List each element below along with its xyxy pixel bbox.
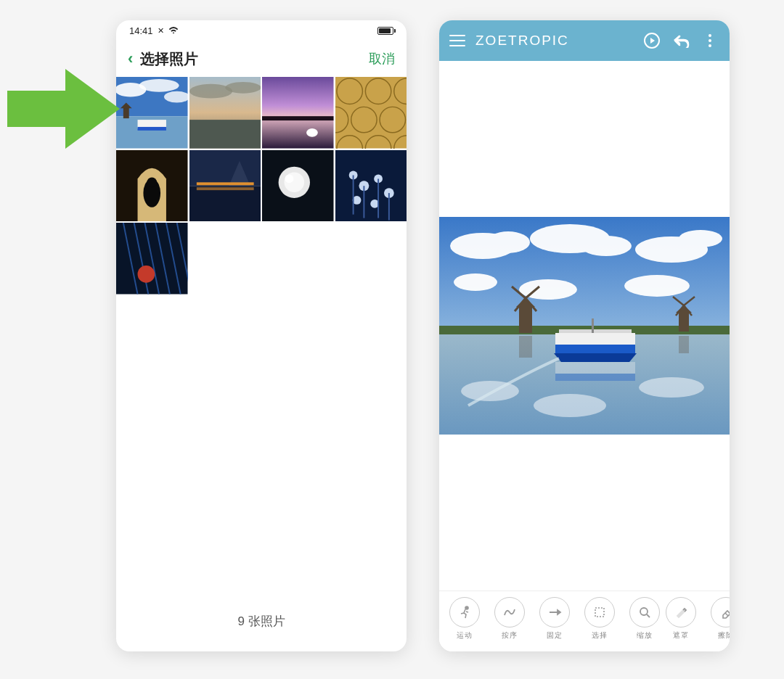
svg-rect-89 xyxy=(555,345,635,353)
photo-thumb[interactable] xyxy=(189,77,261,149)
wifi-icon xyxy=(168,25,179,36)
svg-rect-13 xyxy=(262,77,334,149)
editor-canvas[interactable] xyxy=(439,61,730,590)
svg-point-62 xyxy=(486,231,530,253)
photo-thumb[interactable] xyxy=(262,150,334,222)
app-header: ZOETROPIC xyxy=(439,20,730,61)
svg-point-56 xyxy=(138,266,155,283)
svg-point-100 xyxy=(640,608,648,615)
app-title: ZOETROPIC xyxy=(475,33,632,49)
svg-rect-30 xyxy=(189,186,261,221)
photo-thumb[interactable] xyxy=(116,77,188,149)
photo-thumb[interactable] xyxy=(189,150,261,222)
status-bar: 14:41 ✕ xyxy=(116,20,407,41)
svg-point-67 xyxy=(454,273,497,291)
cancel-button[interactable]: 取消 xyxy=(369,50,395,67)
svg-marker-90 xyxy=(554,353,637,362)
svg-point-96 xyxy=(465,606,468,609)
svg-marker-98 xyxy=(558,610,560,614)
photo-grid xyxy=(116,77,407,295)
svg-marker-59 xyxy=(650,38,655,44)
tool-zoom[interactable]: 缩放 xyxy=(626,597,663,641)
svg-rect-94 xyxy=(519,336,532,358)
photo-thumb[interactable] xyxy=(335,150,407,222)
svg-rect-29 xyxy=(189,150,261,186)
svg-point-85 xyxy=(534,394,606,417)
svg-point-28 xyxy=(147,177,157,187)
svg-rect-95 xyxy=(679,336,689,353)
preview-image xyxy=(439,217,730,435)
svg-line-101 xyxy=(647,614,650,617)
mute-icon: ✕ xyxy=(158,26,164,36)
back-button[interactable]: ‹ xyxy=(128,51,133,67)
instruction-arrow-icon xyxy=(7,69,120,149)
status-time: 14:41 xyxy=(129,25,153,36)
zoetropic-editor-screen: ZOETROPIC xyxy=(439,20,730,651)
nav-header: ‹ 选择照片 取消 xyxy=(116,41,407,77)
more-button[interactable] xyxy=(701,31,719,50)
photo-thumb[interactable] xyxy=(262,77,334,149)
svg-rect-91 xyxy=(592,318,594,333)
svg-point-64 xyxy=(581,236,632,256)
svg-rect-14 xyxy=(262,116,334,120)
photo-count: 9 张照片 xyxy=(116,613,407,630)
tool-motion[interactable]: 运动 xyxy=(446,597,483,641)
svg-point-66 xyxy=(679,230,722,247)
svg-point-11 xyxy=(225,82,261,94)
svg-marker-57 xyxy=(7,69,120,149)
tool-mask[interactable]: 遮罩 xyxy=(663,597,699,641)
svg-line-102 xyxy=(725,613,728,616)
page-title: 选择照片 xyxy=(140,49,198,69)
undo-button[interactable] xyxy=(671,31,690,50)
svg-point-2 xyxy=(139,79,179,92)
tool-fixed[interactable]: 固定 xyxy=(536,597,573,641)
svg-point-69 xyxy=(624,275,690,297)
svg-point-37 xyxy=(285,174,294,183)
svg-rect-33 xyxy=(196,187,253,190)
svg-point-15 xyxy=(306,128,318,137)
photo-thumb[interactable] xyxy=(116,150,188,222)
svg-rect-32 xyxy=(196,182,253,185)
menu-button[interactable] xyxy=(449,35,465,46)
editor-toolbar: 运动 按序 固定 选择 缩放 遮罩 xyxy=(439,590,730,651)
photo-thumb[interactable] xyxy=(335,77,407,149)
svg-rect-12 xyxy=(189,120,261,148)
svg-rect-92 xyxy=(555,362,635,375)
tool-select[interactable]: 选择 xyxy=(581,597,618,641)
svg-rect-99 xyxy=(595,608,604,617)
svg-rect-8 xyxy=(138,127,166,131)
tool-erase[interactable]: 擦除 xyxy=(708,597,730,641)
svg-rect-38 xyxy=(335,150,407,222)
tool-order[interactable]: 按序 xyxy=(491,597,528,641)
svg-rect-77 xyxy=(679,310,689,332)
svg-rect-93 xyxy=(555,374,635,381)
svg-point-86 xyxy=(639,377,704,398)
photo-picker-screen: 14:41 ✕ ‹ 选择照片 取消 xyxy=(116,20,407,651)
svg-rect-71 xyxy=(519,304,532,333)
photo-thumb[interactable] xyxy=(116,223,188,295)
play-button[interactable] xyxy=(642,31,661,50)
battery-icon xyxy=(377,27,393,35)
svg-rect-88 xyxy=(555,333,635,346)
